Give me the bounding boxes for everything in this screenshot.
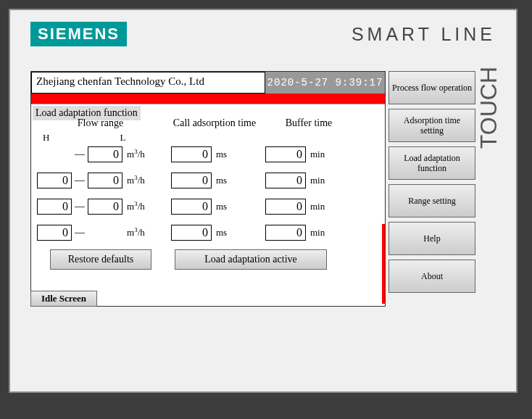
unit-ms: ms (216, 227, 227, 238)
unit-ms: ms (216, 149, 227, 160)
flow-group: —m3/h (37, 225, 171, 241)
flow-group: —m3/h (37, 173, 171, 188)
call-group: ms (171, 225, 265, 241)
flow-l-input[interactable] (88, 199, 122, 215)
side-menu-about[interactable]: About (388, 260, 475, 293)
unit-ms: ms (216, 201, 227, 212)
side-menu-range-setting[interactable]: Range setting (388, 184, 475, 217)
call-group: ms (171, 146, 265, 162)
unit-min: min (310, 201, 325, 212)
h-l-labels: H L (37, 132, 379, 144)
touch-label: TOUCH (475, 67, 502, 149)
side-menu: Process flow operationAdsorption time se… (388, 71, 475, 293)
side-menu-help[interactable]: Help (388, 222, 475, 255)
bottom-buttons: Restore defaults Load adaptation active (50, 249, 379, 270)
datetime-display: 2020-5-27 9:39:17 (265, 72, 385, 94)
screen-area: Zhejiang chenfan Technology Co., Ltd 202… (30, 71, 491, 318)
call-adsorption-input[interactable] (171, 173, 212, 188)
buffer-group: min (265, 199, 359, 215)
touch-label-container: TOUCH (478, 67, 499, 183)
buffer-time-input[interactable] (265, 225, 306, 241)
call-adsorption-input[interactable] (171, 146, 212, 162)
red-side-strip (382, 224, 385, 304)
unit-ms: ms (216, 175, 227, 186)
side-menu-process-flow-operation[interactable]: Process flow operation (388, 71, 475, 104)
buffer-group: min (265, 225, 359, 241)
buffer-group: min (265, 173, 359, 188)
unit-min: min (310, 175, 325, 186)
range-dash: — (75, 175, 85, 186)
call-adsorption-input[interactable] (171, 199, 212, 215)
flow-h-input[interactable] (37, 225, 72, 241)
side-menu-load-adaptation-function[interactable]: Load adaptation function (388, 146, 475, 180)
range-dash: — (75, 227, 85, 238)
flow-group: —m3/h (37, 146, 171, 162)
unit-flow: m3/h (127, 200, 145, 212)
range-dash: — (75, 149, 85, 160)
flow-h-input[interactable] (37, 199, 72, 215)
flow-l-input[interactable] (88, 146, 122, 162)
red-divider (31, 94, 385, 104)
buffer-time-input[interactable] (265, 146, 306, 162)
header-bar: Zhejiang chenfan Technology Co., Ltd 202… (31, 72, 385, 94)
call-group: ms (171, 199, 265, 215)
call-group: ms (171, 173, 265, 188)
unit-flow: m3/h (127, 174, 145, 186)
buffer-time-input[interactable] (265, 173, 306, 188)
data-rows: —m3/hmsmin—m3/hmsmin—m3/hmsmin—m3/hmsmin (37, 145, 379, 242)
load-adaptation-active-button[interactable]: Load adaptation active (175, 249, 327, 270)
range-dash: — (75, 201, 85, 212)
flow-group: —m3/h (37, 199, 171, 215)
company-name: Zhejiang chenfan Technology Co., Ltd (31, 72, 265, 94)
gray-divider (31, 104, 385, 104)
data-row: —m3/hmsmin (37, 223, 379, 242)
unit-flow: m3/h (127, 226, 145, 238)
unit-min: min (310, 149, 325, 160)
device-header: SIEMENS SMART LINE (30, 22, 496, 46)
content-area: Flow range Call adsorption time Buffer t… (31, 117, 385, 270)
header-call-adsorption: Call adsorption time (164, 117, 265, 129)
column-headers: Flow range Call adsorption time Buffer t… (37, 117, 379, 129)
product-line-label: SMART LINE (352, 24, 496, 45)
call-adsorption-input[interactable] (171, 225, 212, 241)
main-panel: Zhejiang chenfan Technology Co., Ltd 202… (30, 71, 386, 307)
header-buffer-time: Buffer time (265, 117, 352, 129)
siemens-logo: SIEMENS (30, 22, 127, 46)
flow-h-input[interactable] (37, 173, 72, 188)
data-row: —m3/hmsmin (37, 145, 379, 164)
data-row: —m3/hmsmin (37, 171, 379, 190)
buffer-group: min (265, 146, 359, 162)
hmi-device-frame: SIEMENS SMART LINE Zhejiang chenfan Tech… (9, 9, 518, 393)
flow-l-input[interactable] (88, 173, 122, 188)
unit-flow: m3/h (127, 148, 145, 160)
buffer-time-input[interactable] (265, 199, 306, 215)
unit-min: min (310, 227, 325, 238)
restore-defaults-button[interactable]: Restore defaults (50, 249, 151, 270)
label-l: L (120, 132, 126, 143)
idle-screen-button[interactable]: Idle Screen (30, 291, 97, 307)
data-row: —m3/hmsmin (37, 197, 379, 216)
label-h: H (43, 132, 75, 144)
side-menu-adsorption-time-setting[interactable]: Adsorption time setting (388, 109, 475, 142)
header-flow-range: Flow range (37, 117, 164, 129)
